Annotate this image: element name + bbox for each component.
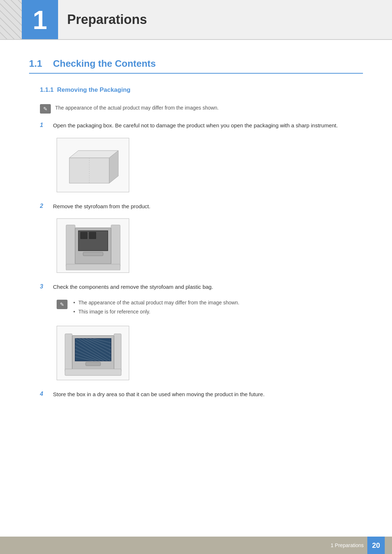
subsection-heading: 1.1.1 Removing the Packaging: [40, 86, 363, 94]
chapter-number-box: 1: [22, 0, 58, 40]
svg-rect-29: [65, 369, 121, 376]
svg-rect-14: [114, 334, 121, 372]
section-heading: 1.1 Checking the Contents: [29, 58, 363, 74]
svg-rect-28: [86, 362, 101, 366]
section-number: 1.1: [29, 58, 46, 69]
page-footer: 1 Preparations 20: [0, 537, 392, 554]
footer-page-number: 20: [367, 537, 385, 554]
svg-marker-0: [69, 158, 109, 183]
step-1-image: [57, 138, 129, 192]
step-3-note-icon: [57, 300, 68, 309]
step-3-text: Check the components and remove the styr…: [53, 283, 363, 291]
note-icon: [40, 104, 51, 114]
step-3-note-block: The appearance of the actual product may…: [57, 299, 363, 318]
note-block-top: The appearance of the actual product may…: [40, 104, 363, 114]
step-1: 1 Open the packaging box. Be careful not…: [40, 122, 363, 130]
step-1-text: Open the packaging box. Be careful not t…: [53, 122, 363, 130]
section-title: Checking the Contents: [53, 58, 156, 69]
step-3-bullet-list: The appearance of the actual product may…: [72, 299, 239, 318]
step-3-image: [57, 326, 129, 380]
step-2-text: Remove the styrofoam from the product.: [53, 202, 363, 211]
step-4-text: Store the box in a dry area so that it c…: [53, 390, 363, 399]
svg-rect-10: [89, 232, 96, 239]
svg-rect-12: [66, 264, 120, 270]
step-3-note-1: The appearance of the actual product may…: [72, 299, 239, 307]
step-2: 2 Remove the styrofoam from the product.: [40, 202, 363, 211]
svg-rect-9: [81, 232, 87, 239]
main-content: 1.1 Checking the Contents 1.1.1 Removing…: [0, 40, 392, 435]
subsection-title: 1.1.1 Removing the Packaging: [40, 86, 130, 93]
chapter-header: 1 Preparations: [0, 0, 392, 40]
step-3-number: 3: [40, 283, 47, 290]
step-3: 3 Check the components and remove the st…: [40, 283, 363, 291]
step-4-number: 4: [40, 390, 47, 397]
step-2-image: [57, 218, 129, 273]
monitor-screen-svg: [63, 328, 123, 377]
footer-text: 1 Preparations: [331, 542, 364, 548]
note-text-top: The appearance of the actual product may…: [55, 104, 219, 111]
chapter-number: 1: [33, 7, 47, 33]
svg-rect-11: [83, 252, 103, 256]
step-4: 4 Store the box in a dry area so that it…: [40, 390, 363, 399]
step-1-number: 1: [40, 122, 47, 128]
box-svg: [62, 143, 124, 187]
svg-rect-13: [65, 334, 72, 372]
step-2-number: 2: [40, 202, 47, 209]
step-3-note-2: This image is for reference only.: [72, 308, 239, 316]
svg-rect-6: [111, 225, 120, 267]
svg-rect-5: [66, 225, 75, 267]
monitor-pack-svg: [63, 221, 123, 270]
chapter-title: Preparations: [67, 12, 147, 27]
